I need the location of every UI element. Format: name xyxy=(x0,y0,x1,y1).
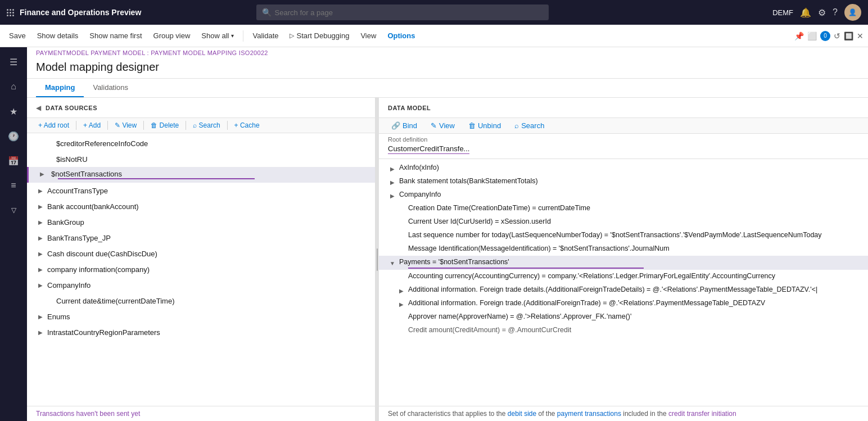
sep2 xyxy=(107,121,108,130)
help-icon[interactable]: ? xyxy=(833,7,838,17)
tree-item[interactable]: ▶ IntrastatCountryRegionParameters xyxy=(27,324,375,340)
expand-icon[interactable]: ▶ xyxy=(397,286,406,295)
collapse-icon[interactable]: ▼ xyxy=(388,259,397,268)
expand-icon[interactable]: ▶ xyxy=(36,280,45,289)
unbind-button[interactable]: 🗑 Unbind xyxy=(465,120,504,131)
avatar[interactable]: 👤 xyxy=(844,4,861,21)
refresh-icon[interactable]: ↺ xyxy=(834,31,840,40)
dm-item[interactable]: ▶ Additional information. Foreign trade.… xyxy=(379,297,868,310)
dm-item[interactable]: Approver name(ApproverName) = @.'>Relati… xyxy=(379,310,868,324)
tree-item[interactable]: ▶ Cash discount due(CashDiscDue) xyxy=(27,246,375,261)
expand-icon[interactable]: ▶ xyxy=(36,233,45,242)
options-button[interactable]: Options xyxy=(383,29,419,42)
restore-icon[interactable]: 🔲 xyxy=(844,31,853,40)
page-title: Model mapping designer xyxy=(36,61,859,74)
show-details-button[interactable]: Show details xyxy=(33,29,83,42)
expand-icon[interactable]: ▶ xyxy=(397,300,406,309)
apps-grid-icon[interactable] xyxy=(7,9,14,16)
dm-item[interactable]: Current User Id(CurUserId) = xSession.us… xyxy=(379,215,868,229)
expand-icon[interactable]: ▶ xyxy=(36,328,45,337)
no-expand-icon xyxy=(397,273,406,282)
dm-item[interactable]: Message Identification(MessageIdentifica… xyxy=(379,242,868,256)
dm-item[interactable]: Last sequence number for today(LastSeque… xyxy=(379,229,868,242)
search-button-left[interactable]: ⌕ Search xyxy=(191,120,222,130)
sidebar-home-icon[interactable]: ⌂ xyxy=(3,76,24,97)
sidebar-star-icon[interactable]: ★ xyxy=(3,101,24,121)
expand-icon[interactable]: ▶ xyxy=(38,169,47,178)
close-icon[interactable]: ✕ xyxy=(857,31,864,40)
right-panel-header: DATA MODEL xyxy=(379,98,868,118)
dm-item-payments[interactable]: ▼ Payments = '$notSentTransactions' xyxy=(379,256,868,270)
notifications-icon[interactable]: 🔔 xyxy=(800,7,811,18)
separator-1 xyxy=(243,30,243,42)
top-nav-bar: Finance and Operations Preview 🔍 DEMF 🔔 … xyxy=(0,0,868,25)
tree-item[interactable]: ▶ company information(company) xyxy=(27,261,375,277)
settings-icon[interactable]: ⚙ xyxy=(818,7,826,18)
payments-underline xyxy=(408,268,644,269)
sidebar-list-icon[interactable]: ≡ xyxy=(3,175,24,196)
dm-item[interactable]: Credit amount(CreditAmount) = @.AmountCu… xyxy=(379,324,868,337)
sidebar-filter-icon[interactable]: ▽ xyxy=(3,200,24,220)
show-all-button[interactable]: Show all ▾ xyxy=(197,29,238,42)
validate-button[interactable]: Validate xyxy=(248,29,283,42)
dm-item[interactable]: ▶ AxInfo(xInfo) xyxy=(379,161,868,175)
dm-item[interactable]: ▶ Additional information. Foreign trade … xyxy=(379,283,868,297)
page-header: Model mapping designer xyxy=(27,58,868,79)
view-button[interactable]: View xyxy=(356,29,381,42)
tree-item[interactable]: ▶ BankGroup xyxy=(27,214,375,230)
view-button-right[interactable]: ✎ View xyxy=(427,120,458,131)
no-expand-icon xyxy=(397,327,406,336)
expand-icon[interactable]: ▶ xyxy=(36,249,45,258)
tree-item[interactable]: $isNotRU xyxy=(27,151,375,167)
dm-item[interactable]: ▶ Bank statement totals(BankStatementTot… xyxy=(379,175,868,188)
sep5 xyxy=(227,121,228,130)
expand-icon[interactable]: ▶ xyxy=(388,191,397,200)
add-root-button[interactable]: + Add root xyxy=(36,120,71,130)
dm-item[interactable]: Creation Date Time(CreationDateTime) = c… xyxy=(379,202,868,215)
search-bar[interactable]: 🔍 xyxy=(256,4,549,20)
expand-icon[interactable]: ▶ xyxy=(36,218,45,227)
view-button-left[interactable]: ✎ View xyxy=(112,120,139,130)
expand-icon[interactable]: ▶ xyxy=(36,312,45,321)
tree-item[interactable]: ▶ BankTransType_JP xyxy=(27,230,375,246)
search-button-right[interactable]: ⌕ Search xyxy=(511,120,548,131)
sidebar-menu-icon[interactable]: ☰ xyxy=(3,52,24,72)
tree-item[interactable]: ▶ AccountTransType xyxy=(27,183,375,198)
start-debugging-button[interactable]: ▷ Start Debugging xyxy=(285,29,354,42)
dm-item[interactable]: Accounting currency(AccountingCurrency) … xyxy=(379,270,868,283)
user-name: DEMF xyxy=(772,8,793,17)
right-panel-toolbar: 🔗 Bind ✎ View 🗑 Unbind ⌕ Search xyxy=(379,118,868,134)
sidebar-calendar-icon[interactable]: 📅 xyxy=(3,151,24,171)
tree-item[interactable]: ▶ CompanyInfo xyxy=(27,277,375,293)
expand-icon[interactable]: ▶ xyxy=(388,178,397,187)
expand-panels-icon[interactable]: ⬜ xyxy=(807,31,817,40)
tree-item[interactable]: ▶ Enums xyxy=(27,309,375,324)
tree-item[interactable]: $creditorReferenceInfoCode xyxy=(27,135,375,151)
tree-item[interactable]: Current date&time(currentDateTime) xyxy=(27,293,375,309)
save-button[interactable]: Save xyxy=(4,29,30,42)
sidebar-history-icon[interactable]: 🕐 xyxy=(3,126,24,146)
root-def-value: CustomerCreditTransfe... xyxy=(388,144,469,154)
expand-icon[interactable]: ▶ xyxy=(36,202,45,211)
tab-validations[interactable]: Validations xyxy=(84,79,137,97)
left-sidebar: ☰ ⌂ ★ 🕐 📅 ≡ ▽ xyxy=(0,47,27,421)
no-expand-icon xyxy=(36,139,45,148)
collapse-left-icon[interactable]: ◀ xyxy=(36,104,41,112)
delete-button-left[interactable]: 🗑 Delete xyxy=(148,120,181,130)
show-name-first-button[interactable]: Show name first xyxy=(85,29,146,42)
add-button[interactable]: + Add xyxy=(81,120,103,130)
pin-icon[interactable]: 📌 xyxy=(794,31,804,40)
search-input[interactable] xyxy=(275,8,543,17)
left-panel: ◀ DATA SOURCES + Add root + Add ✎ View 🗑… xyxy=(27,98,376,421)
bind-button[interactable]: 🔗 Bind xyxy=(388,120,421,131)
expand-icon[interactable]: ▶ xyxy=(36,186,45,195)
tab-mapping[interactable]: Mapping xyxy=(36,79,84,97)
breadcrumb: PAYMENTMODEL PAYMENT MODEL : PAYMENT MOD… xyxy=(27,47,868,58)
group-view-button[interactable]: Group view xyxy=(149,29,195,42)
expand-icon[interactable]: ▶ xyxy=(388,164,397,173)
dm-item[interactable]: ▶ CompanyInfo xyxy=(379,188,868,202)
tree-item-selected[interactable]: ▶ $notSentTransactions xyxy=(27,167,375,183)
cache-button[interactable]: + Cache xyxy=(232,120,262,130)
expand-icon[interactable]: ▶ xyxy=(36,265,45,274)
tree-item[interactable]: ▶ Bank account(bankAccount) xyxy=(27,198,375,214)
